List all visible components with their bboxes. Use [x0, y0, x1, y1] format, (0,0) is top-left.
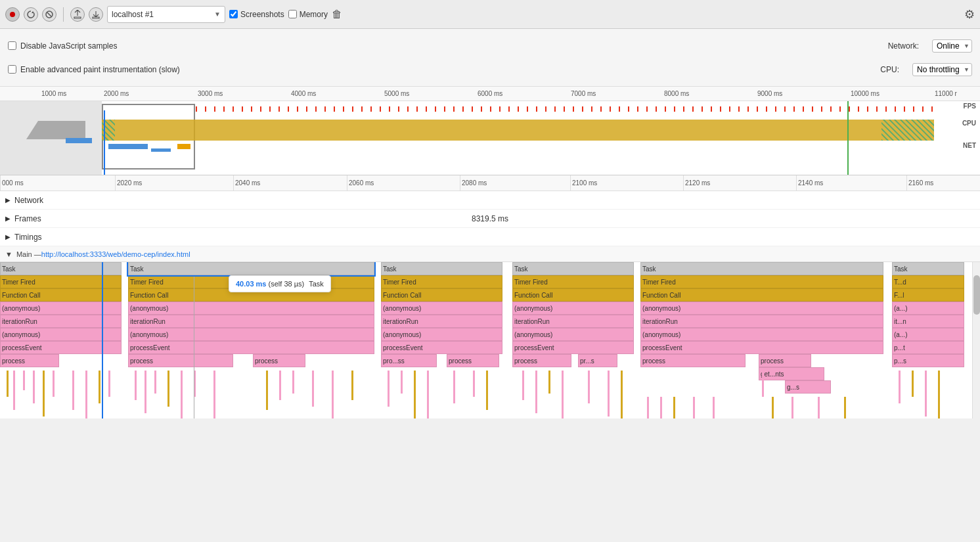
process-event-block-5[interactable]: processEvent [640, 341, 883, 354]
iteration-run-block-4[interactable]: iterationRun [512, 315, 634, 328]
scrollbar-thumb[interactable] [973, 275, 980, 315]
task-block-4[interactable]: Task [512, 262, 634, 275]
download-icon [92, 10, 100, 19]
screenshots-checkbox[interactable] [229, 10, 238, 18]
task-block-6[interactable]: Task [892, 262, 964, 275]
stop-button[interactable] [42, 7, 56, 22]
memory-checkbox[interactable] [288, 10, 297, 18]
small-bar-1h [85, 371, 87, 418]
network-select-wrap[interactable]: Online [932, 39, 972, 53]
timings-track-toggle[interactable]: ▶ [5, 233, 11, 240]
process-event-block-1[interactable]: processEvent [0, 341, 122, 354]
anonymous-block-1b[interactable]: (anonymous) [0, 328, 122, 341]
anonymous-block-2a[interactable]: (anonymous) [128, 302, 374, 315]
anonymous-block-3a[interactable]: (anonymous) [381, 302, 502, 315]
function-call-block-4[interactable]: Function Call [512, 288, 634, 302]
timer-fired-block-1[interactable]: Timer Fired [0, 275, 122, 288]
frames-track[interactable]: ▶ Frames 8319.5 ms [0, 210, 980, 228]
main-section-toggle[interactable]: ▼ [5, 250, 12, 258]
small-bar-5b [660, 397, 662, 418]
main-section-url[interactable]: http://localhost:3333/web/demo-cep/index… [41, 250, 190, 258]
overview-red-ticks [196, 106, 934, 112]
timer-fired-block-5[interactable]: Timer Fired [640, 275, 883, 288]
disable-js-checkbox[interactable] [8, 41, 16, 50]
process-block-2a[interactable]: process [128, 354, 233, 367]
detail-tick-7: 2140 ms [796, 175, 823, 191]
iteration-run-block-3[interactable]: iterationRun [381, 315, 502, 328]
small-bar-5c [673, 397, 675, 418]
process-block-3b[interactable]: process [447, 354, 499, 367]
ruler-9000ms: 9000 ms [755, 87, 782, 101]
anonymous-block-4a[interactable]: (anonymous) [512, 302, 634, 315]
process-block-2b[interactable]: process [253, 354, 305, 367]
process-event-block-3[interactable]: processEvent [381, 341, 502, 354]
anonymous-block-4b[interactable]: (anonymous) [512, 328, 634, 341]
iteration-run-block-2[interactable]: iterationRun [128, 315, 374, 328]
anonymous-block-3b[interactable]: (anonymous) [381, 328, 502, 341]
frames-track-toggle[interactable]: ▶ [5, 215, 11, 222]
task-block-3[interactable]: Task [381, 262, 502, 275]
process-event-block-6[interactable]: p...t [892, 341, 964, 354]
process-block-4b[interactable]: pr...s [578, 354, 617, 367]
iteration-run-block-6[interactable]: it...n [892, 315, 964, 328]
function-call-block-6[interactable]: F...l [892, 288, 964, 302]
overview-green-vline [847, 101, 849, 175]
timer-fired-block-6[interactable]: T...d [892, 275, 964, 288]
process-event-block-2[interactable]: processEvent [128, 341, 374, 354]
settings-icon[interactable]: ⚙ [964, 7, 975, 22]
gs-block[interactable]: g...s [785, 380, 831, 394]
memory-checkbox-label[interactable]: Memory [288, 10, 328, 19]
function-call-block-3[interactable]: Function Call [381, 288, 502, 302]
anonymous-block-1a[interactable]: (anonymous) [0, 302, 122, 315]
trash-icon[interactable]: 🗑 [332, 9, 342, 20]
small-bar-2d [167, 371, 169, 407]
anonymous-block-2b[interactable]: (anonymous) [128, 328, 374, 341]
small-bar-1i [99, 371, 100, 403]
anonymous-block-5b[interactable]: (anonymous) [640, 328, 883, 341]
function-call-block-1[interactable]: Function Call [0, 288, 122, 302]
iteration-run-block-1a[interactable]: iterationRun [0, 315, 122, 328]
cpu-select-wrap[interactable]: No throttling [912, 63, 972, 76]
process-block-1[interactable]: process [0, 354, 59, 367]
get-nts-block[interactable]: get...nts [759, 367, 824, 380]
options-line-1: Disable JavaScript samples Network: Onli… [8, 34, 972, 58]
network-track-toggle[interactable]: ▶ [5, 196, 11, 204]
process-block-6[interactable]: p...s [892, 354, 964, 367]
cpu-select[interactable]: No throttling [912, 63, 972, 76]
disable-js-label[interactable]: Disable JavaScript samples [8, 41, 117, 51]
process-block-5a[interactable]: process [640, 354, 746, 367]
tooltip-self: (self 38 µs) [269, 280, 305, 288]
small-bar-6d [938, 371, 940, 418]
net-item-1 [108, 144, 148, 149]
task-block-2-selected[interactable]: Task [128, 262, 374, 275]
timings-track[interactable]: ▶ Timings [0, 228, 980, 246]
profile-selector[interactable]: localhost #1 ▼ [107, 6, 225, 23]
timeline-scrollbar[interactable] [972, 262, 980, 418]
upload-button[interactable] [70, 7, 85, 22]
timer-fired-block-4[interactable]: Timer Fired [512, 275, 634, 288]
anonymous-block-6a[interactable]: (a...) [892, 302, 964, 315]
detail-ruler: 000 ms 2020 ms 2040 ms 2060 ms 2080 ms 2… [0, 175, 980, 191]
task-block-5[interactable]: Task [640, 262, 883, 275]
network-track[interactable]: ▶ Network [0, 191, 980, 210]
reload-button[interactable] [24, 7, 38, 22]
main-panel: 000 ms 2020 ms 2040 ms 2060 ms 2080 ms 2… [0, 175, 980, 418]
process-event-block-4[interactable]: processEvent [512, 341, 634, 354]
network-option: Network: Online [888, 39, 972, 53]
network-select[interactable]: Online [932, 39, 972, 53]
advanced-paint-checkbox[interactable] [8, 65, 16, 74]
screenshots-checkbox-label[interactable]: Screenshots [229, 10, 284, 19]
anonymous-block-6b[interactable]: (a...) [892, 328, 964, 341]
anonymous-block-5a[interactable]: (anonymous) [640, 302, 883, 315]
small-bar-5i [844, 397, 846, 418]
download-button[interactable] [89, 7, 103, 22]
process-block-4a[interactable]: process [512, 354, 571, 367]
timer-fired-block-3[interactable]: Timer Fired [381, 275, 502, 288]
process-block-3a[interactable]: pro...ss [381, 354, 437, 367]
task-block-1[interactable]: Task [0, 262, 122, 275]
process-block-5b[interactable]: process [759, 354, 811, 367]
advanced-paint-label[interactable]: Enable advanced paint instrumentation (s… [8, 65, 180, 74]
record-button[interactable] [5, 7, 20, 22]
iteration-run-block-5[interactable]: iterationRun [640, 315, 883, 328]
function-call-block-5[interactable]: Function Call [640, 288, 883, 302]
